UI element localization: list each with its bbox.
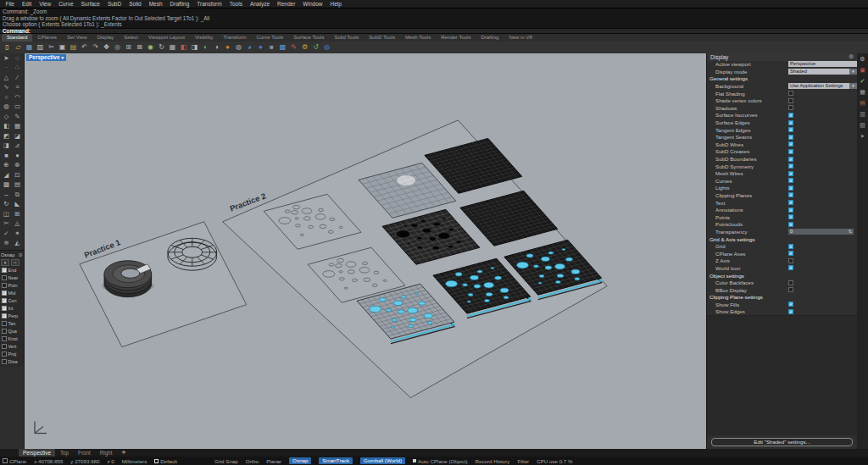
osnap-row-int[interactable]: ✓Int [1, 305, 23, 313]
toolbar-tab-transform[interactable]: Transform [218, 34, 251, 42]
open-file-icon[interactable]: ▱ [14, 42, 24, 53]
trim-icon[interactable]: ✂ [1, 219, 12, 229]
curve-icon[interactable]: ∿ [1, 82, 12, 92]
surface-icon[interactable]: ◧ [1, 121, 12, 131]
setting-checkbox-show-fills[interactable]: ✓ [788, 302, 793, 307]
osnap-row-near[interactable]: Near [1, 274, 23, 282]
measure-icon[interactable]: ◑ [212, 42, 222, 53]
osnap-checkbox-mid[interactable]: ✓ [2, 291, 7, 296]
setting-checkbox-subd-symmetry[interactable]: ✓ [788, 163, 793, 169]
fillet-edge-icon[interactable]: ◢ [1, 170, 12, 180]
explode-icon[interactable]: ✶ [12, 229, 23, 239]
array-icon[interactable]: ⊞ [12, 209, 23, 219]
toggle-smarttrack[interactable]: SmartTrack [319, 457, 353, 464]
dot-icon[interactable]: ◍ [234, 42, 244, 53]
grid-blue-icon[interactable]: ▩ [278, 42, 288, 53]
undo-view-icon[interactable]: ◧ [179, 42, 189, 53]
toggle-osnap[interactable]: Osnap [289, 457, 311, 464]
properties-panel-icon[interactable]: ▥ [858, 110, 867, 119]
zoom-extents-icon[interactable]: ⊠ [135, 42, 145, 53]
gear-icon[interactable]: ⚙ [849, 53, 854, 60]
toolbar-tab-curve-tools[interactable]: Curve Tools [252, 34, 289, 42]
setting-checkbox-surface-edges[interactable]: ✓ [788, 120, 793, 125]
cut-icon[interactable]: ✂ [47, 42, 57, 53]
menu-tools[interactable]: Tools [225, 0, 246, 8]
mesh-icon[interactable]: ▩ [1, 180, 12, 190]
menu-analyze[interactable]: Analyze [246, 0, 273, 8]
viewport-tab-perspective[interactable]: Perspective [19, 449, 55, 457]
osnap-row-vert[interactable]: Vert [1, 343, 23, 351]
osnap-row-end[interactable]: ✓End [1, 267, 23, 274]
toolbar-tab-drafting[interactable]: Drafting [476, 34, 504, 42]
cage-edit-icon[interactable]: ⊡ [12, 170, 23, 180]
menu-drafting[interactable]: Drafting [166, 0, 193, 8]
toolbar-tab-subd-tools[interactable]: SubD Tools [364, 34, 400, 42]
command-prompt[interactable]: Command: [0, 28, 868, 34]
pan-icon[interactable]: ✥ [102, 42, 112, 53]
edit-shaded-settings-button[interactable]: Edit "Shaded" settings... [711, 438, 853, 446]
menu-help[interactable]: Help [326, 0, 345, 8]
setting-checkbox-pointclouds[interactable]: ✓ [788, 222, 793, 227]
surface-network-icon[interactable]: ▦ [12, 121, 23, 131]
setting-checkbox-text[interactable]: ✓ [788, 200, 793, 205]
toolbar-tab-surface-tools[interactable]: Surface Tools [288, 34, 329, 42]
loft-icon[interactable]: ◩ [1, 131, 12, 141]
mirror-icon[interactable]: ◫ [1, 209, 12, 219]
osnap-row-poin[interactable]: Poin [1, 282, 23, 290]
status-millimeters[interactable]: Millimeters [122, 458, 147, 464]
osnap-checkbox-vert[interactable] [2, 344, 7, 349]
osnap-extra-button[interactable]: ⌗ [11, 259, 19, 266]
setting-checkbox-grid[interactable]: ✓ [788, 244, 793, 249]
osnap-checkbox-proj[interactable] [2, 352, 7, 357]
toolbar-tab-mesh-tools[interactable]: Mesh Tools [400, 34, 436, 42]
osnap-row-mid[interactable]: ✓Mid [1, 290, 23, 297]
toolbar-tab-solid-tools[interactable]: Solid Tools [329, 34, 364, 42]
toggle-planar[interactable]: Planar [266, 458, 281, 464]
zoom-dynamic-icon[interactable]: ◎ [113, 42, 123, 53]
setting-checkbox-annotations[interactable]: ✓ [788, 208, 793, 213]
gear-icon[interactable]: ⚙ [858, 55, 867, 64]
toggle-filter[interactable]: Filter [517, 458, 529, 464]
point-icon[interactable]: · [1, 63, 12, 73]
setting-checkbox-flat-shading[interactable] [788, 91, 793, 96]
toggle-record-history[interactable]: Record History [476, 458, 510, 464]
osnap-checkbox-int[interactable]: ✓ [2, 306, 7, 311]
move-icon[interactable]: ↔ [1, 190, 12, 200]
check-panel-icon[interactable]: ✔ [858, 77, 867, 86]
options-gear-icon[interactable]: ⚙ [300, 42, 310, 53]
polygon-icon[interactable]: ◇ [1, 112, 12, 122]
undo-icon[interactable]: ↶ [80, 42, 90, 53]
osnap-checkbox-qua[interactable] [2, 329, 7, 334]
boolean-diff-icon[interactable]: ⊗ [12, 160, 23, 170]
named-view-icon[interactable]: ◨ [190, 42, 200, 53]
sphere-icon[interactable]: ● [256, 42, 266, 53]
menu-surface[interactable]: Surface [77, 0, 103, 8]
zoom-selected-icon[interactable]: ◉ [146, 42, 156, 53]
ellipse-icon[interactable]: ◍ [1, 102, 12, 112]
menu-curve[interactable]: Curve [55, 0, 77, 8]
osnap-row-knot[interactable]: Knot [1, 335, 23, 343]
analyze-icon[interactable]: ◭ [12, 238, 23, 248]
toolbar-tab-viewport-layout[interactable]: Viewport Layout [143, 34, 190, 42]
setting-checkbox-shadows[interactable] [788, 105, 793, 110]
setting-checkbox-shade-vertex-colors[interactable] [788, 98, 793, 103]
toolbar-tab-set-view[interactable]: Set View [62, 34, 92, 42]
viewport-canvas[interactable]: Practice 1Practice 2 [25, 53, 706, 450]
polyline-icon[interactable]: △ [1, 73, 12, 83]
setting-value-display-mode[interactable]: Shaded [788, 69, 849, 75]
menu-view[interactable]: View [36, 0, 55, 8]
rotate-icon[interactable]: ↻ [1, 199, 12, 209]
split-icon[interactable]: ◬ [12, 219, 23, 229]
setting-checkbox-surface-isocurves[interactable]: ✓ [788, 113, 793, 118]
redo-icon[interactable]: ↷ [91, 42, 101, 53]
osnap-row-disa[interactable]: Disa [1, 358, 23, 366]
osnap-disable-button[interactable]: ▾ [1, 259, 9, 266]
setting-checkbox-clipping-planes[interactable]: ✓ [788, 192, 793, 197]
cycle-icon[interactable]: ◐ [201, 42, 211, 53]
rectangle-icon[interactable]: ▭ [12, 102, 23, 112]
chevron-down-icon[interactable]: ▾ [849, 69, 857, 75]
copy-icon[interactable]: ▣ [58, 42, 68, 53]
text-icon[interactable]: ✎ [12, 112, 23, 122]
status-cplane[interactable]: CPlane [3, 458, 26, 464]
osnap-row-proj[interactable]: Proj [1, 351, 23, 358]
